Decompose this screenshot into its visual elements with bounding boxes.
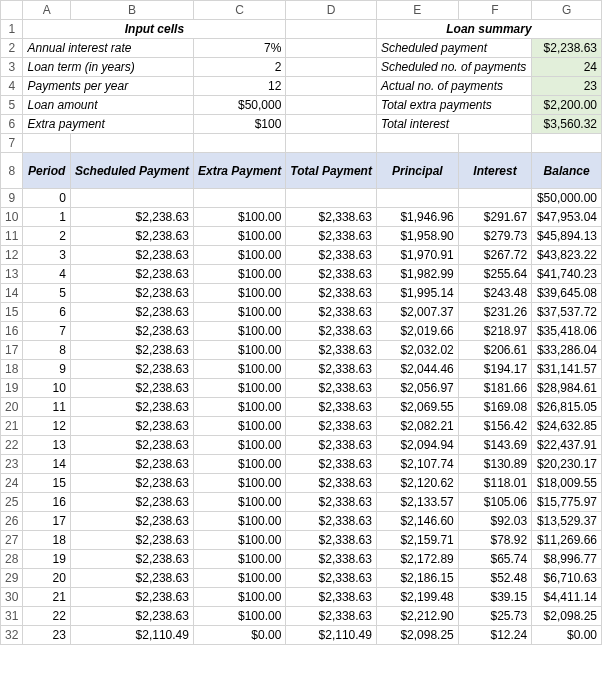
cell-period[interactable]: 6 bbox=[23, 303, 70, 322]
cell-balance[interactable]: $20,230.17 bbox=[532, 455, 602, 474]
cell-total[interactable]: $2,338.63 bbox=[286, 322, 377, 341]
row-header[interactable]: 26 bbox=[1, 512, 23, 531]
cell-balance[interactable]: $35,418.06 bbox=[532, 322, 602, 341]
cell-period[interactable]: 13 bbox=[23, 436, 70, 455]
cell-principal[interactable] bbox=[376, 189, 458, 208]
cell-balance[interactable]: $2,098.25 bbox=[532, 607, 602, 626]
cell-period[interactable]: 23 bbox=[23, 626, 70, 645]
cell-balance[interactable]: $8,996.77 bbox=[532, 550, 602, 569]
cell-scheduled[interactable]: $2,238.63 bbox=[70, 208, 193, 227]
cell-extra[interactable]: $100.00 bbox=[193, 493, 285, 512]
cell-period[interactable]: 5 bbox=[23, 284, 70, 303]
cell-interest[interactable]: $181.66 bbox=[458, 379, 531, 398]
col-balance[interactable]: Balance bbox=[532, 153, 602, 189]
cell-extra[interactable]: $100.00 bbox=[193, 550, 285, 569]
cell-total[interactable]: $2,110.49 bbox=[286, 626, 377, 645]
cell[interactable] bbox=[286, 134, 377, 153]
cell-interest[interactable] bbox=[458, 189, 531, 208]
row-header[interactable]: 24 bbox=[1, 474, 23, 493]
cell-period[interactable]: 1 bbox=[23, 208, 70, 227]
row-header[interactable]: 30 bbox=[1, 588, 23, 607]
cell-extra[interactable]: $100.00 bbox=[193, 284, 285, 303]
cell-period[interactable]: 11 bbox=[23, 398, 70, 417]
cell-interest[interactable]: $206.61 bbox=[458, 341, 531, 360]
cell-scheduled[interactable] bbox=[70, 189, 193, 208]
cell-extra[interactable]: $100.00 bbox=[193, 341, 285, 360]
row-header[interactable]: 12 bbox=[1, 246, 23, 265]
cell-principal[interactable]: $1,946.96 bbox=[376, 208, 458, 227]
cell-scheduled[interactable]: $2,238.63 bbox=[70, 341, 193, 360]
cell-balance[interactable]: $11,269.66 bbox=[532, 531, 602, 550]
row-header[interactable]: 23 bbox=[1, 455, 23, 474]
cell-balance[interactable]: $50,000.00 bbox=[532, 189, 602, 208]
cell-principal[interactable]: $1,995.14 bbox=[376, 284, 458, 303]
cell-interest[interactable]: $130.89 bbox=[458, 455, 531, 474]
cell[interactable] bbox=[286, 96, 377, 115]
cell-balance[interactable]: $31,141.57 bbox=[532, 360, 602, 379]
col-header[interactable]: C bbox=[193, 1, 285, 20]
cell[interactable] bbox=[286, 20, 377, 39]
row-header[interactable]: 6 bbox=[1, 115, 23, 134]
cell-total[interactable]: $2,338.63 bbox=[286, 417, 377, 436]
cell-total[interactable]: $2,338.63 bbox=[286, 284, 377, 303]
row-header[interactable]: 4 bbox=[1, 77, 23, 96]
row-header[interactable]: 3 bbox=[1, 58, 23, 77]
cell-total[interactable]: $2,338.63 bbox=[286, 246, 377, 265]
cell-scheduled[interactable]: $2,238.63 bbox=[70, 607, 193, 626]
cell-principal[interactable]: $2,082.21 bbox=[376, 417, 458, 436]
cell-scheduled[interactable]: $2,238.63 bbox=[70, 303, 193, 322]
cell-total[interactable]: $2,338.63 bbox=[286, 360, 377, 379]
cell-scheduled[interactable]: $2,238.63 bbox=[70, 512, 193, 531]
cell-period[interactable]: 17 bbox=[23, 512, 70, 531]
cell-scheduled[interactable]: $2,110.49 bbox=[70, 626, 193, 645]
cell-scheduled[interactable]: $2,238.63 bbox=[70, 550, 193, 569]
cell-extra[interactable]: $100.00 bbox=[193, 208, 285, 227]
cell[interactable] bbox=[286, 115, 377, 134]
cell-total[interactable]: $2,338.63 bbox=[286, 303, 377, 322]
col-header[interactable]: G bbox=[532, 1, 602, 20]
row-header[interactable]: 14 bbox=[1, 284, 23, 303]
cell-extra[interactable]: $0.00 bbox=[193, 626, 285, 645]
col-total[interactable]: Total Payment bbox=[286, 153, 377, 189]
cell-balance[interactable]: $13,529.37 bbox=[532, 512, 602, 531]
cell-principal[interactable]: $1,970.91 bbox=[376, 246, 458, 265]
cell-scheduled[interactable]: $2,238.63 bbox=[70, 265, 193, 284]
col-header[interactable]: B bbox=[70, 1, 193, 20]
col-header[interactable]: D bbox=[286, 1, 377, 20]
cell-period[interactable]: 12 bbox=[23, 417, 70, 436]
cell[interactable] bbox=[23, 134, 70, 153]
cell-interest[interactable]: $231.26 bbox=[458, 303, 531, 322]
col-extra[interactable]: Extra Payment bbox=[193, 153, 285, 189]
cell-period[interactable]: 22 bbox=[23, 607, 70, 626]
cell-balance[interactable]: $33,286.04 bbox=[532, 341, 602, 360]
cell-principal[interactable]: $2,186.15 bbox=[376, 569, 458, 588]
cell-principal[interactable]: $2,120.62 bbox=[376, 474, 458, 493]
cell-principal[interactable]: $2,212.90 bbox=[376, 607, 458, 626]
row-header[interactable]: 11 bbox=[1, 227, 23, 246]
cell-total[interactable]: $2,338.63 bbox=[286, 436, 377, 455]
row-header[interactable]: 17 bbox=[1, 341, 23, 360]
cell-scheduled[interactable]: $2,238.63 bbox=[70, 588, 193, 607]
cell-extra[interactable]: $100.00 bbox=[193, 360, 285, 379]
label-annual-interest-rate[interactable]: Annual interest rate bbox=[23, 39, 194, 58]
cell-period[interactable]: 19 bbox=[23, 550, 70, 569]
cell[interactable] bbox=[286, 39, 377, 58]
cell-scheduled[interactable]: $2,238.63 bbox=[70, 455, 193, 474]
cell-total[interactable]: $2,338.63 bbox=[286, 550, 377, 569]
cell-interest[interactable]: $279.73 bbox=[458, 227, 531, 246]
cell-total[interactable]: $2,338.63 bbox=[286, 398, 377, 417]
row-header[interactable]: 7 bbox=[1, 134, 23, 153]
value-actual-no-payments[interactable]: 23 bbox=[532, 77, 602, 96]
row-header[interactable]: 22 bbox=[1, 436, 23, 455]
cell-principal[interactable]: $2,098.25 bbox=[376, 626, 458, 645]
cell-principal[interactable]: $2,094.94 bbox=[376, 436, 458, 455]
col-interest[interactable]: Interest bbox=[458, 153, 531, 189]
cell-balance[interactable]: $37,537.72 bbox=[532, 303, 602, 322]
cell-extra[interactable]: $100.00 bbox=[193, 531, 285, 550]
value-scheduled-payment[interactable]: $2,238.63 bbox=[532, 39, 602, 58]
row-header[interactable]: 10 bbox=[1, 208, 23, 227]
cell-period[interactable]: 4 bbox=[23, 265, 70, 284]
row-header[interactable]: 5 bbox=[1, 96, 23, 115]
cell-total[interactable]: $2,338.63 bbox=[286, 607, 377, 626]
cell-period[interactable]: 16 bbox=[23, 493, 70, 512]
